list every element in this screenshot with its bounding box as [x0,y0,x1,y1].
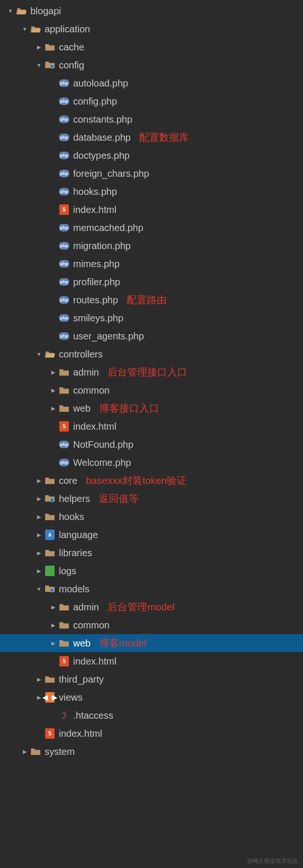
tree-item[interactable]: ▶phpmimes.php [0,255,303,273]
php-file-icon: php [59,222,69,233]
tree-item[interactable]: ▼controllers [0,345,303,363]
tree-item-label: smileys.php [73,313,123,324]
tree-item[interactable]: ▶phpconstants.php [0,110,303,128]
chevron-right-icon[interactable]: ▶ [49,369,57,376]
tree-item[interactable]: ▶common [0,616,303,634]
tree-item[interactable]: ▶phpautoload.php [0,74,303,92]
folder-closed-icon [45,475,55,486]
tree-item[interactable]: ▶phpuser_agents.php [0,327,303,345]
tree-item[interactable]: ▶phpprofiler.php [0,273,303,291]
chevron-right-icon[interactable]: ▶ [35,676,43,683]
tree-item-label: .htaccess [73,710,113,721]
tree-item-label: admin [73,602,99,613]
watermark: @稀土掘金技术社区 [247,857,298,865]
chevron-right-icon[interactable]: ▶ [35,496,43,502]
tree-item[interactable]: ▶5index.html [0,201,303,219]
tree-item[interactable]: ▶phpWelcome.php [0,453,303,472]
tree-item-label: config.php [73,96,117,107]
views-folder-icon: ◄► [45,692,55,703]
tree-item-label: doctypes.php [73,150,130,161]
chevron-down-icon[interactable]: ▼ [35,62,43,68]
tree-item-label: admin [73,367,99,378]
tree-item-label: hooks [59,511,84,522]
chevron-down-icon[interactable]: ▼ [35,586,43,592]
tree-item-label: foreign_chars.php [73,168,149,179]
chevron-right-icon[interactable]: ▶ [49,405,57,412]
tree-item-label: system [45,746,75,757]
php-file-icon: php [59,241,69,251]
chevron-down-icon[interactable]: ▼ [35,351,43,357]
tree-item-label: third_party [59,674,104,685]
annotation-text: 博客model [99,637,146,650]
tree-item[interactable]: ▶phpdoctypes.php [0,146,303,164]
tree-item[interactable]: ▼blogapi [0,2,303,20]
html-file-icon: 5 [59,421,69,432]
tree-item[interactable]: ▶◄►views [0,688,303,706]
tree-item[interactable]: ▶Alanguage [0,526,303,544]
tree-item[interactable]: ▶5index.html [0,652,303,670]
tree-item[interactable]: ▶admin后台管理model [0,598,303,616]
tree-item[interactable]: ▶web博客接口入口 [0,399,303,417]
annotation-text: 配置数据库 [139,131,189,144]
tree-item[interactable]: ▶logs [0,562,303,580]
chevron-right-icon[interactable]: ▶ [49,640,57,646]
tree-item[interactable]: ▶hooks [0,508,303,526]
tree-item[interactable]: ▶common [0,381,303,399]
chevron-right-icon[interactable]: ▶ [35,44,43,50]
php-file-icon: php [59,96,69,106]
php-file-icon: php [59,259,69,269]
tree-item[interactable]: ▶corebasexxx封装token验证 [0,472,303,490]
tree-item[interactable]: ▼models [0,580,303,598]
tree-item[interactable]: ▶cache [0,38,303,56]
tree-item[interactable]: ▶ℐ.htaccess [0,706,303,724]
language-folder-icon: A [45,530,55,540]
tree-item-label: index.html [59,728,102,739]
tree-item-label: migration.php [73,241,131,251]
tree-item-label: common [73,620,110,631]
tree-item[interactable]: ▶system [0,743,303,761]
php-file-icon: php [59,132,69,143]
chevron-right-icon[interactable]: ▶ [35,514,43,520]
annotation-text: 后台管理model [107,600,174,614]
chevron-right-icon[interactable]: ▶ [35,550,43,556]
tree-item[interactable]: ▶phpconfig.php [0,92,303,110]
tree-item[interactable]: ▼application [0,20,303,38]
tree-item[interactable]: ▶phproutes.php配置路由 [0,291,303,309]
tree-item[interactable]: ▶phpforeign_chars.php [0,164,303,183]
folder-closed-icon [59,403,69,414]
html-file-icon: 5 [59,656,69,666]
tree-item[interactable]: ▶phpsmileys.php [0,309,303,327]
folder-closed-icon [59,620,69,630]
php-file-icon: php [59,439,69,450]
chevron-right-icon[interactable]: ▶ [21,749,28,755]
tree-item[interactable]: ▶phpmigration.php [0,237,303,255]
tree-item-label: index.html [73,204,116,215]
chevron-right-icon[interactable]: ▶ [35,568,43,574]
tree-item[interactable]: ▶libraries [0,544,303,562]
file-tree: ▼blogapi▼application▶cache▼config▶phpaut… [0,0,303,761]
svg-point-3 [51,499,53,501]
tree-item[interactable]: ▶admin后台管理接口入口 [0,363,303,381]
annotation-text: 博客接口入口 [99,402,159,415]
chevron-right-icon[interactable]: ▶ [35,532,43,538]
tree-item[interactable]: ▶5index.html [0,724,303,743]
tree-item[interactable]: ▶web博客model [0,634,303,652]
chevron-right-icon[interactable]: ▶ [49,387,57,394]
tree-item[interactable]: ▼config [0,56,303,74]
php-file-icon: php [59,457,69,468]
folder-open-icon [30,24,41,34]
chevron-right-icon[interactable]: ▶ [49,604,57,610]
tree-item[interactable]: ▶third_party [0,670,303,688]
chevron-down-icon[interactable]: ▼ [21,26,28,32]
tree-item[interactable]: ▶phpdatabase.php配置数据库 [0,128,303,146]
tree-item[interactable]: ▶5index.html [0,417,303,435]
chevron-right-icon[interactable]: ▶ [35,478,43,484]
tree-item[interactable]: ▶phpmemcached.php [0,219,303,237]
chevron-right-icon[interactable]: ▶ [49,622,57,628]
config-folder-icon [45,584,55,594]
tree-item-label: memcached.php [73,222,143,233]
tree-item[interactable]: ▶helpers返回值等 [0,490,303,508]
chevron-down-icon[interactable]: ▼ [7,8,14,14]
tree-item[interactable]: ▶phpNotFound.php [0,435,303,453]
tree-item[interactable]: ▶phphooks.php [0,183,303,201]
